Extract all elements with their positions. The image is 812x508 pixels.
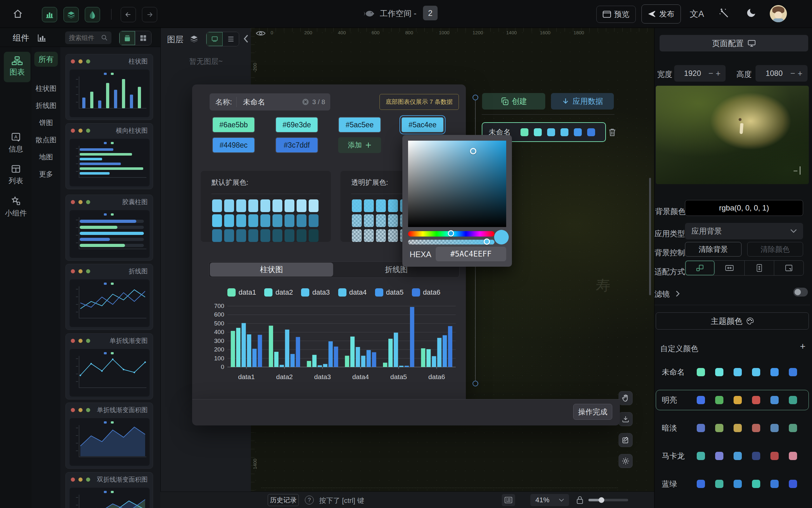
theme-colors-button[interactable]: 主题颜色 <box>656 312 809 330</box>
transparent-color-cell[interactable] <box>388 229 398 242</box>
history-button[interactable]: 历史记录 <box>268 494 299 506</box>
transparent-color-cell[interactable] <box>352 229 362 242</box>
preview-button[interactable]: 预览 <box>596 6 636 23</box>
add-color-button[interactable]: 添加 <box>338 137 381 153</box>
transparent-color-cell[interactable] <box>352 199 362 212</box>
add-custom-color-button[interactable]: + <box>800 341 806 352</box>
extended-color-cell[interactable] <box>260 214 270 227</box>
transparent-color-cell[interactable] <box>364 229 374 242</box>
home-icon[interactable] <box>13 9 23 19</box>
extended-color-cell[interactable] <box>285 199 294 212</box>
zoom-select[interactable]: 41% <box>530 494 569 506</box>
extended-color-cell[interactable] <box>297 214 306 227</box>
filter-item[interactable]: 柱状图 <box>32 84 60 93</box>
color-chip[interactable]: #5ac5ee <box>338 117 381 133</box>
zoom-slider[interactable] <box>589 499 628 501</box>
filter-item[interactable]: 折线图 <box>32 101 60 111</box>
extended-color-cell[interactable] <box>248 199 258 212</box>
extended-color-cell[interactable] <box>297 199 306 212</box>
app-type-select[interactable]: 应用背景 <box>685 223 803 240</box>
card-view-button[interactable] <box>119 31 135 45</box>
extended-color-cell[interactable] <box>260 229 270 242</box>
filter-expand-icon[interactable] <box>676 290 680 297</box>
thumbnail-card[interactable]: 柱状图 <box>66 54 153 120</box>
shortcut-panel-button[interactable] <box>502 494 515 506</box>
fit-scale-button[interactable] <box>685 261 715 275</box>
lock-zoom-icon[interactable] <box>576 496 583 505</box>
transparent-color-cell[interactable] <box>364 199 374 212</box>
sv-cursor[interactable] <box>470 148 476 154</box>
transparent-color-cell[interactable] <box>352 214 362 227</box>
extended-color-cell[interactable] <box>236 229 246 242</box>
filter-item[interactable]: 更多 <box>32 170 60 179</box>
sidebar-item-charts[interactable]: 图表 <box>4 52 31 82</box>
canvas-scrollbar[interactable] <box>649 178 651 295</box>
legend-item[interactable]: data2 <box>264 288 293 297</box>
extended-color-cell[interactable] <box>212 214 222 227</box>
alpha-handle[interactable] <box>484 239 490 245</box>
theme-row-明亮[interactable]: 明亮 <box>656 390 809 410</box>
clear-color-button[interactable]: 清除颜色 <box>747 242 803 257</box>
transparent-color-cell[interactable] <box>364 214 374 227</box>
height-stepper[interactable]: 1080 − + <box>756 65 808 82</box>
name-field[interactable]: 名称: 3 / 8 <box>210 93 330 111</box>
transparent-color-cell[interactable] <box>376 199 386 212</box>
legend-item[interactable]: data4 <box>338 288 367 297</box>
saturation-value-area[interactable] <box>408 141 506 227</box>
redo-button[interactable] <box>142 7 157 22</box>
extended-color-cell[interactable] <box>236 214 246 227</box>
extended-color-cell[interactable] <box>297 229 306 242</box>
translate-icon[interactable]: 文A <box>690 8 704 20</box>
extended-color-cell[interactable] <box>285 214 294 227</box>
theme-row-蓝绿[interactable]: 蓝绿 <box>656 474 809 494</box>
grid-view-button[interactable] <box>135 31 151 45</box>
extended-color-cell[interactable] <box>248 229 258 242</box>
collapse-panel-icon[interactable] <box>243 34 249 43</box>
legend-item[interactable]: data5 <box>375 288 403 297</box>
chart-tool-button[interactable] <box>42 7 57 22</box>
layer-list-view-button[interactable] <box>223 32 239 46</box>
transparent-color-cell[interactable] <box>388 199 398 212</box>
filter-toggle[interactable] <box>793 288 808 297</box>
undo-button[interactable] <box>121 7 136 22</box>
done-button[interactable]: 操作完成 <box>573 404 612 420</box>
dark-mode-icon[interactable] <box>746 8 757 18</box>
eye-icon[interactable] <box>256 30 265 37</box>
extended-color-cell[interactable] <box>248 214 258 227</box>
extended-color-cell[interactable] <box>224 199 234 212</box>
tab-bar-chart[interactable]: 柱状图 <box>210 263 333 277</box>
export-button[interactable] <box>618 412 633 426</box>
width-stepper[interactable]: 1920 − + <box>674 65 726 82</box>
extended-color-cell[interactable] <box>309 214 318 227</box>
avatar[interactable] <box>770 5 787 22</box>
pan-tool-button[interactable] <box>618 391 633 405</box>
extended-color-cell[interactable] <box>212 229 222 242</box>
filter-item[interactable]: 散点图 <box>32 135 60 145</box>
transparent-color-cell[interactable] <box>376 214 386 227</box>
thumbnail-card[interactable]: 胶囊柱图 <box>66 195 153 261</box>
extended-color-cell[interactable] <box>309 229 318 242</box>
edit-button[interactable] <box>618 433 633 447</box>
width-plus[interactable]: + <box>715 69 721 78</box>
extended-color-cell[interactable] <box>272 199 282 212</box>
legend-item[interactable]: data1 <box>227 288 256 297</box>
theme-tool-button[interactable] <box>85 7 100 22</box>
fit-fullscreen-button[interactable] <box>774 261 803 275</box>
publish-button[interactable]: 发布 <box>641 4 681 24</box>
background-image-preview[interactable] <box>656 86 809 184</box>
extended-color-cell[interactable] <box>285 229 294 242</box>
zoom-slider-handle[interactable] <box>599 497 604 503</box>
filter-item-active[interactable]: 所有 <box>34 52 58 67</box>
color-chip[interactable]: #3c7ddf <box>275 137 318 153</box>
theme-row-未命名[interactable]: 未命名 <box>656 362 809 382</box>
magic-wand-icon[interactable] <box>718 8 729 18</box>
search-input[interactable] <box>69 34 101 42</box>
extended-color-cell[interactable] <box>212 199 222 212</box>
extended-color-cell[interactable] <box>236 199 246 212</box>
sidebar-item-info[interactable]: A 信息 <box>0 132 32 154</box>
extended-color-cell[interactable] <box>260 199 270 212</box>
height-minus[interactable]: − <box>788 69 797 78</box>
extended-color-cell[interactable] <box>272 229 282 242</box>
thumbnail-card[interactable]: 横向柱状图 <box>66 123 153 189</box>
settings-button[interactable] <box>618 454 633 468</box>
